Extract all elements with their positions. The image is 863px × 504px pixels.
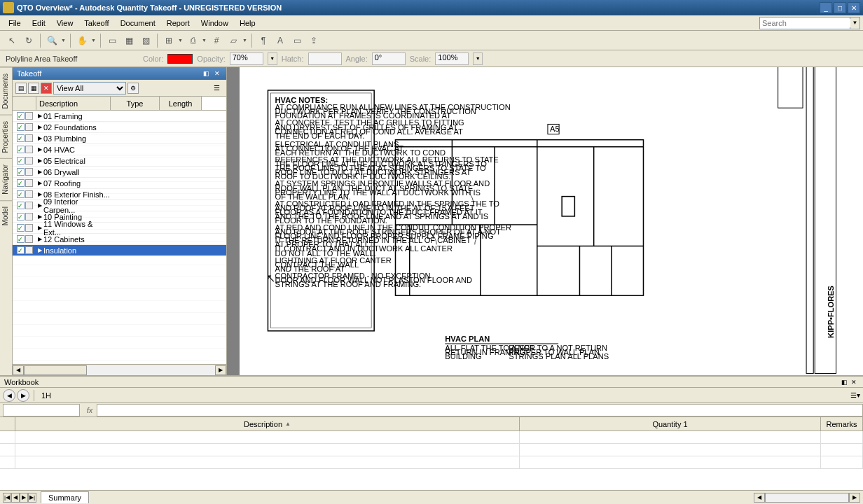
new-group-button[interactable]: ▦	[28, 83, 39, 94]
document-button[interactable]: ▭	[104, 33, 120, 48]
header-type[interactable]: Type	[111, 97, 160, 110]
hscroll-right[interactable]: ▶	[215, 365, 226, 375]
takeoff-row[interactable]: ✓▶07 Roofing	[13, 178, 226, 189]
pan-dropdown[interactable]: ▼	[91, 38, 97, 43]
annotation-button[interactable]: ¶	[256, 33, 271, 48]
panel-pin-button[interactable]: ◧	[201, 69, 211, 78]
row-description[interactable]: ▶Insulation	[36, 246, 111, 255]
expand-icon[interactable]: ▶	[38, 124, 42, 130]
color-square[interactable]	[25, 213, 33, 220]
checkbox-icon[interactable]: ✓	[17, 179, 25, 187]
canvas-area[interactable]: HVAC NOTES: AT COMPLIANCE RUN ALL NEW LI…	[227, 67, 863, 375]
row-checkbox[interactable]: ✓	[13, 146, 36, 153]
minimize-button[interactable]: _	[820, 2, 832, 13]
region-button[interactable]: ▱	[226, 33, 241, 48]
checkbox-icon[interactable]: ✓	[17, 224, 25, 232]
wb-hscroll-right[interactable]: ▶	[849, 493, 860, 503]
row-description[interactable]: ▶07 Roofing	[36, 179, 111, 188]
cell-reference-input[interactable]	[3, 404, 80, 416]
row-checkbox[interactable]: ✓	[13, 202, 36, 209]
measure-dropdown[interactable]: ▼	[178, 38, 184, 43]
search-dropdown[interactable]: ▼	[850, 17, 860, 29]
scale-input[interactable]: 100%	[435, 52, 469, 65]
takeoff-row[interactable]: ✓▶09 Interior Carpen...	[13, 200, 226, 211]
panel-menu-button[interactable]: ☰	[214, 84, 223, 92]
menu-edit[interactable]: Edit	[27, 17, 51, 29]
tab-prev[interactable]: ◀	[11, 493, 20, 503]
takeoff-row[interactable]: ✓▶05 Electrical	[13, 155, 226, 167]
hscroll-left[interactable]: ◀	[13, 365, 24, 375]
expand-icon[interactable]: ▶	[38, 225, 42, 231]
color-square[interactable]	[25, 168, 33, 176]
color-square[interactable]	[25, 202, 33, 209]
wb-row[interactable]	[0, 456, 863, 469]
wb-row[interactable]	[0, 444, 863, 456]
pointer-tool[interactable]: ↖	[4, 33, 20, 48]
row-checkbox[interactable]: ✓	[13, 190, 36, 198]
row-description[interactable]: ▶04 HVAC	[36, 146, 111, 154]
zoom-dropdown[interactable]: ▼	[61, 38, 67, 43]
row-checkbox[interactable]: ✓	[13, 179, 36, 187]
refresh-button[interactable]: ↻	[21, 33, 36, 48]
expand-icon[interactable]: ▶	[38, 202, 42, 209]
checkbox-icon[interactable]: ✓	[17, 134, 25, 142]
row-description[interactable]: ▶05 Electrical	[36, 157, 111, 165]
row-description[interactable]: ▶12 Cabinets	[36, 235, 111, 244]
color-square[interactable]	[25, 246, 33, 254]
new-item-button[interactable]: ▤	[15, 83, 27, 94]
checkbox-icon[interactable]: ✓	[17, 123, 25, 131]
row-checkbox[interactable]: ✓	[13, 224, 36, 232]
hscroll-track[interactable]	[24, 365, 215, 375]
search-input[interactable]	[762, 19, 859, 27]
row-description[interactable]: ▶06 Drywall	[36, 168, 111, 176]
sheet-button[interactable]: ▧	[138, 33, 153, 48]
row-description[interactable]: ▶01 Framing	[36, 112, 111, 120]
expand-icon[interactable]: ▶	[38, 236, 42, 242]
print-dropdown[interactable]: ▼	[202, 38, 207, 43]
view-filter-select[interactable]: View All	[53, 82, 126, 94]
layer-button[interactable]: ▦	[121, 33, 137, 48]
expand-icon[interactable]: ▶	[38, 180, 42, 186]
text-button[interactable]: A	[272, 33, 288, 48]
workbook-pin-button[interactable]: ◧	[839, 378, 849, 386]
row-checkbox[interactable]: ✓	[13, 235, 36, 243]
hatch-input[interactable]	[308, 52, 342, 65]
filter-button[interactable]: ⚙	[127, 83, 139, 94]
workbook-menu-button[interactable]: ☰▾	[850, 391, 860, 399]
takeoff-row[interactable]: ✓▶11 Windows & Ext...	[13, 223, 226, 234]
menu-help[interactable]: Help	[234, 17, 261, 29]
print-button[interactable]: ⎙	[185, 33, 200, 48]
checkbox-icon[interactable]: ✓	[17, 190, 25, 198]
checkbox-icon[interactable]: ✓	[17, 157, 25, 164]
menu-document[interactable]: Document	[115, 17, 161, 29]
header-description[interactable]: Description	[36, 97, 111, 110]
search-box[interactable]	[759, 17, 850, 29]
close-button[interactable]: ✕	[848, 2, 860, 13]
wb-header-quantity[interactable]: Quantity 1	[520, 417, 821, 430]
row-checkbox[interactable]: ✓	[13, 246, 36, 254]
row-description[interactable]: ▶09 Interior Carpen...	[36, 197, 111, 214]
takeoff-hscroll[interactable]: ◀ ▶	[13, 364, 226, 375]
color-square[interactable]	[25, 123, 33, 131]
hscroll-thumb[interactable]	[24, 365, 87, 375]
vtab-model[interactable]: Model	[0, 200, 12, 231]
angle-input[interactable]: 0°	[372, 52, 406, 65]
tab-next[interactable]: ▶	[20, 493, 28, 503]
zoom-tool[interactable]: 🔍	[44, 33, 60, 48]
takeoff-row[interactable]: ✓▶Insulation	[13, 245, 226, 256]
expand-icon[interactable]: ▶	[38, 169, 42, 175]
row-checkbox[interactable]: ✓	[13, 213, 36, 220]
checkbox-icon[interactable]: ✓	[17, 235, 25, 243]
takeoff-row[interactable]: ✓▶12 Cabinets	[13, 234, 226, 245]
nav-back-button[interactable]: ◀	[3, 389, 15, 402]
drawing-sheet[interactable]: HVAC NOTES: AT COMPLIANCE RUN ALL NEW LI…	[240, 67, 863, 375]
wb-hscroll-left[interactable]: ◀	[754, 493, 765, 503]
row-description[interactable]: ▶02 Foundations	[36, 123, 111, 132]
tab-last[interactable]: ▶|	[28, 493, 36, 503]
menu-window[interactable]: Window	[195, 17, 234, 29]
row-description[interactable]: ▶11 Windows & Ext...	[36, 220, 111, 237]
vtab-properties[interactable]: Properties	[0, 115, 12, 159]
nav-forward-button[interactable]: ▶	[17, 389, 29, 402]
row-checkbox[interactable]: ✓	[13, 134, 36, 142]
maximize-button[interactable]: □	[834, 2, 846, 13]
